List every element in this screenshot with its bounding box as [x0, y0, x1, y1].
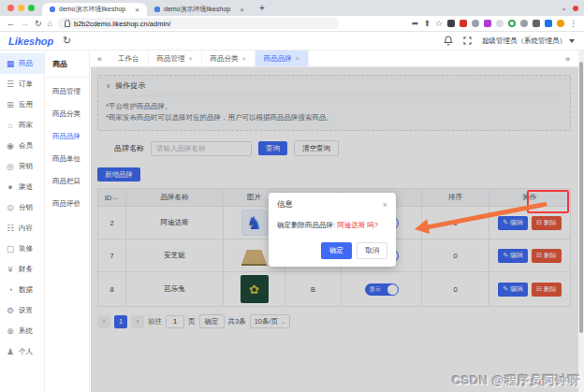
- browser-addressbar: ← → ↻ ⌂ b2b2cdemo.likeshop.cn/admin/ ➦ ⬆…: [0, 16, 584, 32]
- modal-confirm-button[interactable]: 确定: [321, 242, 352, 259]
- sidebar-item-marketing[interactable]: ◎营销: [0, 156, 44, 177]
- page-tab[interactable]: 商品管理×: [149, 51, 202, 66]
- delete-confirm-modal: 信息 × 确定删除商品品牌: 阿迪达斯 吗? 确定 取消: [269, 193, 396, 267]
- marketing-icon: ◎: [6, 162, 15, 171]
- ext-red-icon[interactable]: [460, 20, 467, 27]
- sidebar-item-settings[interactable]: ⚙设置: [0, 300, 44, 321]
- submenu-item[interactable]: 商品品牌: [45, 125, 89, 148]
- bookmark-star-icon[interactable]: ☆: [435, 20, 443, 28]
- close-window-button[interactable]: [7, 5, 14, 11]
- home-icon[interactable]: ⌂: [48, 20, 52, 28]
- sidebar-item-label: 装修: [19, 244, 33, 254]
- ext-gray-1-icon[interactable]: [472, 20, 479, 27]
- sidebar-item-label: 内容: [19, 224, 33, 233]
- chevron-down-icon[interactable]: ⌄: [561, 4, 567, 12]
- page-tab[interactable]: 工作台: [110, 51, 149, 66]
- sidebar-item-distribution[interactable]: ⊙分销: [0, 197, 44, 218]
- page-tab-label: 商品分类: [211, 54, 239, 64]
- orders-icon: ☰: [6, 80, 15, 89]
- likeshop-logo: Likeshop: [8, 36, 50, 47]
- bell-icon[interactable]: [444, 36, 453, 46]
- browser-tabstrip: demo演示环境likeshop×demo演示环境likeshop× + ⌄: [0, 0, 584, 16]
- page-tab[interactable]: 商品分类×: [202, 51, 256, 66]
- sidebar-item-finance[interactable]: ¥财务: [0, 259, 44, 280]
- sidebar-item-label: 会员: [19, 141, 33, 151]
- apps-icon: ⊞: [6, 100, 15, 109]
- submenu-title: 商品: [45, 55, 89, 78]
- submenu-item[interactable]: 商品分类: [45, 103, 89, 125]
- scrollbar-thumb[interactable]: [579, 62, 583, 333]
- page-tabbar: « 工作台商品管理×商品分类×商品品牌× »: [90, 51, 578, 67]
- sidebar-item-label: 数据: [19, 285, 33, 295]
- primary-sidebar: ▦商品☰订单⊞应用⌂商家◉会员◎营销●渠道⊙分销☷内容▢装修¥财务◔数据⚙设置⊗…: [0, 51, 45, 392]
- submenu-item[interactable]: 商品管理: [45, 80, 89, 103]
- fullscreen-icon[interactable]: [463, 36, 472, 45]
- close-tab-icon[interactable]: ×: [135, 6, 139, 14]
- new-tab-button[interactable]: +: [259, 3, 265, 13]
- page-tab[interactable]: 商品品牌×: [256, 51, 309, 66]
- ext-purple-icon[interactable]: [484, 20, 491, 27]
- close-tab-icon[interactable]: ×: [242, 55, 246, 62]
- sidebar-item-system[interactable]: ⊗系统: [0, 321, 44, 341]
- sidebar-item-merchant[interactable]: ⌂商家: [0, 115, 44, 136]
- channel-icon: ●: [6, 182, 15, 192]
- browser-tab-title: demo演示环境likeshop: [59, 5, 131, 14]
- sidebar-item-profile[interactable]: ♟个人: [0, 341, 44, 362]
- ext-slate-icon[interactable]: [533, 20, 540, 27]
- sidebar-item-goods[interactable]: ▦商品: [0, 53, 44, 74]
- submenu-item[interactable]: 商品单位: [45, 148, 89, 170]
- forward-icon[interactable]: →: [21, 20, 29, 28]
- csdn-watermark: CSDN @程序员阿钟呀: [452, 372, 580, 389]
- content-icon: ☷: [6, 224, 15, 233]
- sidebar-item-label: 系统: [19, 327, 33, 336]
- ext-orange-icon[interactable]: [557, 20, 564, 27]
- ext-dark-icon[interactable]: [447, 20, 455, 27]
- browser-menu-icon[interactable]: ⋮: [569, 19, 577, 28]
- ext-blue-icon[interactable]: [545, 20, 552, 27]
- sidebar-item-content[interactable]: ☷内容: [0, 218, 44, 239]
- browser-tab[interactable]: demo演示环境likeshop×: [42, 3, 147, 16]
- sidebar-item-member[interactable]: ◉会员: [0, 136, 44, 156]
- sidebar-item-label: 订单: [19, 80, 33, 89]
- more-tabs-icon[interactable]: »: [565, 54, 578, 64]
- browser-tab[interactable]: demo演示环境likeshop×: [147, 3, 252, 16]
- close-tab-icon[interactable]: ×: [240, 6, 244, 14]
- sidebar-item-decoration[interactable]: ▢装修: [0, 239, 44, 259]
- close-icon[interactable]: ×: [383, 200, 387, 210]
- sidebar-item-data[interactable]: ◔数据: [0, 280, 44, 300]
- sidebar-item-label: 设置: [19, 306, 33, 315]
- refresh-icon[interactable]: ↻: [63, 35, 71, 47]
- ext-green-ring-icon[interactable]: [508, 20, 516, 27]
- ext-gray-2-icon[interactable]: [520, 20, 528, 27]
- zoom-window-button[interactable]: [28, 5, 35, 11]
- sidebar-item-label: 应用: [19, 100, 33, 109]
- modal-message: 确定删除商品品牌: 阿迪达斯 吗?: [277, 221, 387, 231]
- scrollbar-track[interactable]: [578, 51, 584, 392]
- sidebar-item-label: 财务: [19, 265, 33, 274]
- close-tab-icon[interactable]: ×: [189, 55, 193, 62]
- send-icon[interactable]: ➦: [412, 20, 419, 28]
- sidebar-item-label: 商家: [19, 121, 33, 130]
- reload-icon[interactable]: ↻: [35, 20, 42, 28]
- screen: demo演示环境likeshop×demo演示环境likeshop× + ⌄ ←…: [0, 0, 584, 392]
- share-icon[interactable]: ⬆: [423, 20, 431, 28]
- sidebar-item-channel[interactable]: ●渠道: [0, 177, 44, 197]
- back-icon[interactable]: ←: [7, 20, 15, 28]
- collapse-sidebar-icon[interactable]: «: [90, 54, 110, 64]
- sidebar-item-apps[interactable]: ⊞应用: [0, 94, 44, 115]
- url-bar[interactable]: b2b2cdemo.likeshop.cn/admin/: [58, 18, 339, 29]
- addressbar-actions: ➦ ⬆ ☆ ⋮: [412, 19, 577, 28]
- admin-account-dropdown[interactable]: 超级管理员（系统管理员）: [482, 36, 575, 46]
- sidebar-item-orders[interactable]: ☰订单: [0, 74, 44, 94]
- page-tab-label: 商品品牌: [264, 54, 292, 64]
- goods-icon: ▦: [6, 59, 15, 68]
- distribution-icon: ⊙: [6, 203, 15, 212]
- brand-name-highlight: 阿迪达斯: [337, 221, 365, 229]
- close-tab-icon[interactable]: ×: [296, 55, 299, 62]
- submenu-item[interactable]: 商品评价: [45, 193, 89, 215]
- minimize-window-button[interactable]: [18, 5, 24, 11]
- modal-cancel-button[interactable]: 取消: [357, 242, 387, 259]
- member-icon: ◉: [6, 141, 15, 151]
- ext-light-icon[interactable]: [496, 20, 504, 27]
- submenu-item[interactable]: 商品栏目: [45, 170, 89, 193]
